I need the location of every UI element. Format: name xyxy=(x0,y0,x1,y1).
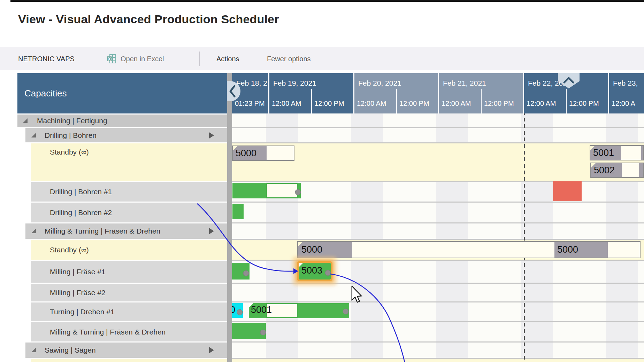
halfday-tick xyxy=(481,89,482,93)
bar-5000-a[interactable]: 5000 xyxy=(232,145,294,161)
row-arrow-icon[interactable] xyxy=(209,228,214,234)
panel-row-mt-standby[interactable]: Standby (∞) xyxy=(31,240,227,260)
toolbar: NETRONIC VAPS X Open in Excel Actions Fe… xyxy=(0,47,644,70)
row-border xyxy=(232,321,644,322)
vertical-scrollbar[interactable] xyxy=(227,73,232,362)
bar-red[interactable] xyxy=(553,181,582,201)
panel-row-label: Standby (∞) xyxy=(50,240,89,260)
row-border xyxy=(232,202,644,203)
bar-label: 5003 xyxy=(301,263,322,278)
bar-segment-paper xyxy=(622,163,639,177)
panel-row-mt-leaf[interactable]: Milling & Turning | Fräsen & Drehen xyxy=(31,322,227,341)
link-handle-dot[interactable] xyxy=(343,309,349,315)
fewer-options-menu[interactable]: Fewer options xyxy=(267,47,311,70)
bar-segment-green xyxy=(232,183,266,198)
brand-label: NETRONIC VAPS xyxy=(18,47,75,70)
expand-triangle-icon[interactable] xyxy=(31,133,36,137)
bar-fold-corner xyxy=(591,163,596,168)
panel-row-label: Standby (∞) xyxy=(50,148,89,156)
panel-row-drill2[interactable]: Drilling | Bohren #2 xyxy=(31,203,227,222)
bar-fold-corner xyxy=(233,146,237,151)
panel-row-drill-standby[interactable]: Standby (∞) xyxy=(31,143,227,181)
day-separator xyxy=(523,73,524,113)
row-border xyxy=(232,142,644,143)
panel-row-saw-standby[interactable] xyxy=(31,359,227,362)
top-border xyxy=(10,0,644,2)
timeline-time: 12:00 PM xyxy=(566,93,609,113)
expand-triangle-icon[interactable] xyxy=(31,348,36,352)
excel-icon: X xyxy=(107,54,116,64)
bar-5002[interactable]: 5002 xyxy=(590,163,644,178)
bar-5000-b[interactable]: 50005000 xyxy=(297,241,641,258)
halfday-tick xyxy=(311,89,312,93)
timeline-time: 12:00 A xyxy=(609,93,644,113)
expand-triangle-icon[interactable] xyxy=(31,229,36,233)
bar-green-drill2[interactable] xyxy=(232,204,244,219)
timeline-time: 12:00 PM xyxy=(312,93,354,113)
bar-label: 5002 xyxy=(594,163,615,177)
row-arrow-icon[interactable] xyxy=(209,347,214,353)
timeline-time: 12:00 AM xyxy=(439,93,481,113)
link-handle-dot[interactable] xyxy=(295,189,301,195)
bar-label: 0 xyxy=(232,303,235,316)
timeline-time-label: 12:00 PM xyxy=(566,93,609,113)
capacities-title: Capacities xyxy=(24,73,67,113)
day-separator xyxy=(608,73,609,113)
chevron-left-icon xyxy=(230,86,235,96)
panel-row-sawing[interactable]: Sawing | Sägen xyxy=(25,343,227,358)
halfday-separator xyxy=(311,93,312,113)
expand-triangle-icon[interactable] xyxy=(23,118,28,123)
bar-segment-gray xyxy=(639,163,644,177)
bar-segment-paper xyxy=(621,146,641,160)
link-handle-dot[interactable] xyxy=(243,270,249,276)
open-in-excel-button[interactable]: Open in Excel xyxy=(121,47,164,70)
timeline-day: Feb 23, xyxy=(609,73,644,93)
row-arrow-icon[interactable] xyxy=(209,132,214,139)
timeline-time-label: 12:00 A xyxy=(609,93,644,113)
scroll-timeline-left-button[interactable] xyxy=(227,81,240,101)
row-border xyxy=(232,341,644,343)
panel-row-fraese2[interactable]: Milling | Fräse #2 xyxy=(31,284,227,301)
actions-menu[interactable]: Actions xyxy=(216,47,239,70)
halfday-separator xyxy=(396,93,397,113)
timeline-time-label: 12:00 AM xyxy=(354,93,397,113)
svg-text:X: X xyxy=(108,57,110,62)
panel-row-label: Milling & Turning | Fräsen & Drehen xyxy=(50,322,166,341)
timeline-time: 12:00 PM xyxy=(481,93,524,113)
bar-segment-gray xyxy=(641,146,644,160)
bar-fold-corner xyxy=(299,263,303,267)
panel-row-machining[interactable]: Machining | Fertigung xyxy=(17,115,227,127)
link-handle-dot[interactable] xyxy=(260,330,266,336)
row-border xyxy=(232,222,644,223)
panel-row-fraese1[interactable]: Milling | Fräse #1 xyxy=(31,261,227,283)
panel-row-label: Milling & Turning | Fräsen & Drehen xyxy=(45,223,160,239)
bar-segment-paper xyxy=(352,242,554,258)
link-handle-dot[interactable] xyxy=(237,309,243,315)
capacities-header: Capacities xyxy=(17,73,227,113)
bar-label: 5000 xyxy=(557,242,578,258)
halfday-separator xyxy=(481,93,482,113)
bar-label: 5001 xyxy=(251,303,272,317)
row-border xyxy=(232,301,644,302)
bar-green-drill1[interactable] xyxy=(232,183,301,198)
standby-row-band xyxy=(232,359,644,362)
panel-row-label: Turning | Drehen #1 xyxy=(50,302,115,321)
halfday-separator xyxy=(566,93,567,113)
bar-fold-corner xyxy=(590,146,595,150)
bar-5001-b[interactable]: 5001 xyxy=(249,303,349,318)
bar-5001[interactable]: 5001 xyxy=(590,145,644,160)
panel-row-mt-group[interactable]: Milling & Turning | Fräsen & Drehen xyxy=(25,223,227,239)
toolbar-divider xyxy=(199,52,200,66)
bar-fold-corner xyxy=(249,303,253,308)
halfday-tick xyxy=(566,89,567,93)
timeline-time: 12:00 PM xyxy=(397,93,439,113)
halfday-tick xyxy=(396,89,397,93)
timeline-day-label: Feb 23, xyxy=(609,73,644,93)
link-handle-dot[interactable] xyxy=(325,270,331,276)
panel-row-drehen1[interactable]: Turning | Drehen #1 xyxy=(31,302,227,321)
panel-row-drilling[interactable]: Drilling | Bohren xyxy=(25,128,227,142)
bar-label: 5001 xyxy=(593,146,614,160)
day-separator xyxy=(353,73,354,113)
panel-row-drill1[interactable]: Drilling | Bohren #1 xyxy=(31,182,227,202)
row-border xyxy=(232,239,644,240)
